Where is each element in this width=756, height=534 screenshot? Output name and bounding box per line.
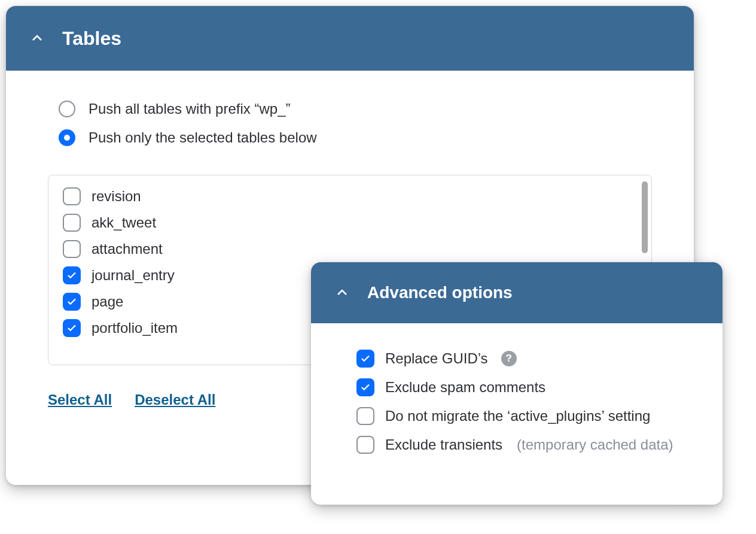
advanced-panel-header[interactable]: Advanced options	[311, 262, 723, 323]
table-name: page	[92, 293, 123, 310]
radio-label: Push all tables with prefix “wp_”	[89, 101, 290, 117]
option-replace-guids[interactable]: Replace GUID’s ?	[356, 350, 687, 368]
push-mode-radio-group: Push all tables with prefix “wp_” Push o…	[59, 101, 652, 146]
tables-panel-title: Tables	[62, 28, 121, 50]
radio-icon	[59, 129, 75, 146]
checkbox-icon[interactable]	[63, 266, 81, 284]
checkbox-icon[interactable]	[356, 436, 374, 454]
option-no-active-plugins[interactable]: Do not migrate the ‘active_plugins’ sett…	[356, 407, 687, 425]
tables-panel-header[interactable]: Tables	[6, 6, 694, 71]
option-exclude-spam[interactable]: Exclude spam comments	[356, 378, 687, 396]
advanced-panel-body: Replace GUID’s ? Exclude spam comments D…	[311, 323, 723, 478]
radio-push-all[interactable]: Push all tables with prefix “wp_”	[59, 101, 652, 117]
chevron-up-icon	[335, 286, 349, 300]
checkbox-icon[interactable]	[63, 187, 81, 205]
advanced-options-panel: Advanced options Replace GUID’s ? Exclud…	[311, 262, 723, 505]
select-all-button[interactable]: Select All	[48, 392, 112, 408]
table-row[interactable]: akk_tweet	[63, 214, 637, 232]
chevron-up-icon	[30, 31, 44, 45]
checkbox-icon[interactable]	[356, 407, 374, 425]
scrollbar[interactable]	[642, 181, 648, 253]
table-name: portfolio_item	[92, 320, 178, 336]
checkbox-icon[interactable]	[63, 240, 81, 258]
radio-label: Push only the selected tables below	[89, 129, 317, 146]
table-name: attachment	[92, 241, 163, 257]
checkbox-icon[interactable]	[63, 214, 81, 232]
option-exclude-transients[interactable]: Exclude transients (temporary cached dat…	[356, 436, 687, 454]
option-label: Exclude transients	[385, 436, 502, 453]
radio-push-selected[interactable]: Push only the selected tables below	[59, 129, 652, 146]
table-name: journal_entry	[92, 267, 175, 284]
help-icon[interactable]: ?	[501, 351, 517, 366]
table-row[interactable]: revision	[63, 187, 637, 205]
advanced-panel-title: Advanced options	[367, 283, 513, 302]
table-name: revision	[92, 188, 141, 205]
checkbox-icon[interactable]	[63, 319, 81, 337]
checkbox-icon[interactable]	[356, 350, 374, 368]
deselect-all-button[interactable]: Deselect All	[135, 392, 215, 408]
checkbox-icon[interactable]	[63, 293, 81, 311]
option-label: Replace GUID’s	[385, 350, 488, 367]
table-row[interactable]: attachment	[63, 240, 637, 258]
checkbox-icon[interactable]	[356, 378, 374, 396]
table-name: akk_tweet	[92, 214, 156, 231]
option-label: Exclude spam comments	[385, 379, 545, 396]
option-label: Do not migrate the ‘active_plugins’ sett…	[385, 408, 650, 424]
option-hint: (temporary cached data)	[517, 436, 673, 453]
advanced-options-list: Replace GUID’s ? Exclude spam comments D…	[356, 350, 687, 454]
radio-icon	[59, 101, 75, 117]
